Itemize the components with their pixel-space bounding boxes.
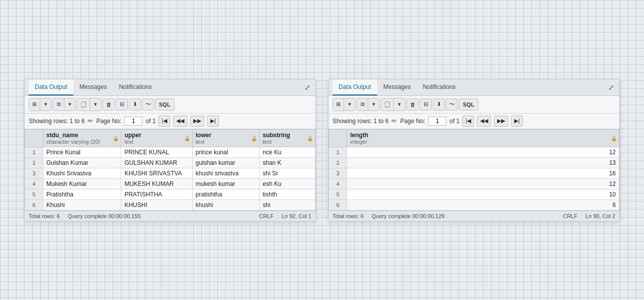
copy-chevron-icon-2: ▾ [372, 101, 375, 108]
cell-stdu_name[interactable]: Khushi [43, 199, 121, 210]
copy-btn-2[interactable]: ⧉ [357, 98, 368, 111]
cell-substring[interactable]: tishth [259, 189, 315, 199]
paste-btn-2[interactable]: 📋 [381, 98, 394, 111]
download-btn-2[interactable]: ⬇ [433, 98, 445, 111]
edit-icon-1[interactable]: ✏ [88, 117, 93, 125]
cell-stdu_name[interactable]: Prince Kunal [43, 147, 121, 157]
delete-btn[interactable]: 🗑 [103, 98, 115, 111]
prev-icon: ◀◀ [176, 118, 184, 124]
position-2: Ln 90, Col 2 [586, 213, 615, 219]
cell-substring[interactable]: shi Sr [259, 168, 315, 178]
cell-stdu_name[interactable]: Khushi Srivastva [43, 168, 121, 178]
tab-data-output-2[interactable]: Data Output [333, 79, 377, 95]
page-num-input-2[interactable] [428, 117, 446, 126]
prev-page-btn-2[interactable]: ◀◀ [477, 116, 491, 127]
next-icon: ▶▶ [193, 118, 201, 124]
lock-icon-upper: 🔒 [184, 135, 190, 141]
delete-btn-2[interactable]: 🗑 [407, 98, 419, 111]
last-page-btn-2[interactable]: ▶| [511, 116, 523, 127]
table-row: 1 Prince Kunal PRINCE KUNAL prince kunal… [25, 147, 315, 157]
last-page-btn-1[interactable]: ▶| [207, 116, 219, 127]
chart-btn[interactable]: 〜 [142, 98, 154, 111]
add-row-btn[interactable]: ⊞ [29, 98, 40, 111]
tab-messages-2[interactable]: Messages [377, 79, 417, 95]
cell-substring[interactable]: esh Ku [259, 178, 315, 189]
expand-icon-1[interactable]: ⤢ [301, 80, 313, 94]
col-header-stdu_name: stdu_name character varying (20) 🔒 [43, 129, 121, 147]
cell-lower[interactable]: pratishtha [192, 189, 259, 199]
copy-btn[interactable]: ⧉ [53, 98, 64, 111]
tab-data-output-1[interactable]: Data Output [29, 79, 73, 95]
cell-length[interactable]: 6 [347, 199, 619, 210]
add-row-dropdown-2[interactable]: ▾ [344, 98, 355, 111]
cell-stdu_name[interactable]: Gulshan Kumar [43, 157, 121, 168]
cell-lower[interactable]: khushi [192, 199, 259, 210]
cell-substring[interactable]: shi [259, 199, 315, 210]
chart-icon: 〜 [145, 101, 151, 108]
cell-upper[interactable]: KHUSHI [121, 199, 192, 210]
total-rows-2: Total rows: 6 [333, 213, 364, 219]
prev-page-btn-1[interactable]: ◀◀ [173, 116, 187, 127]
cell-lower[interactable]: mukesh kumar [192, 178, 259, 189]
showing-rows-2: Showing rows: 1 to 6 [333, 118, 388, 125]
delete-icon: 🗑 [106, 102, 112, 108]
cell-length[interactable]: 16 [347, 168, 619, 178]
first-page-btn-1[interactable]: |◀ [158, 116, 170, 127]
expand-icon-2[interactable]: ⤢ [605, 80, 617, 94]
cell-substring[interactable]: nce Ku [259, 147, 315, 157]
cell-substring[interactable]: shan K [259, 157, 315, 168]
sql-btn-2[interactable]: SQL [459, 98, 478, 111]
lock-icon-substring: 🔒 [307, 135, 313, 141]
copy-dropdown[interactable]: ▾ [64, 98, 75, 111]
cell-lower[interactable]: gulshan kumar [192, 157, 259, 168]
copy-dropdown-2[interactable]: ▾ [368, 98, 379, 111]
paste-dropdown-2[interactable]: ▾ [394, 98, 405, 111]
paste-group: 📋 ▾ [77, 98, 102, 111]
cell-upper[interactable]: MUKESH KUMAR [121, 178, 192, 189]
cell-lower[interactable]: khushi srivastva [192, 168, 259, 178]
paste-chevron-icon: ▾ [94, 101, 97, 108]
last-icon-2: ▶| [514, 118, 520, 124]
paste-btn[interactable]: 📋 [77, 98, 90, 111]
cell-length[interactable]: 13 [347, 157, 619, 168]
paste-dropdown[interactable]: ▾ [90, 98, 101, 111]
table-row: 3 Khushi Srivastva KHUSHI SRIVASTVA khus… [25, 168, 315, 178]
cell-length[interactable]: 10 [347, 189, 619, 199]
cell-upper[interactable]: GULSHAN KUMAR [121, 157, 192, 168]
position-1: Ln 92, Col 1 [282, 213, 311, 219]
filter-btn-2[interactable]: ⊟ [420, 98, 432, 111]
filter-btn[interactable]: ⊟ [116, 98, 128, 111]
status-bar-2: Total rows: 6 Query complete 00:00:00.12… [329, 211, 619, 221]
table-row: 2 13 [329, 157, 619, 168]
cell-stdu_name[interactable]: Pratishtha [43, 189, 121, 199]
add-row-btn-2[interactable]: ⊞ [333, 98, 344, 111]
add-row-dropdown[interactable]: ▾ [40, 98, 51, 111]
first-page-btn-2[interactable]: |◀ [462, 116, 474, 127]
cell-length[interactable]: 12 [347, 178, 619, 189]
cell-upper[interactable]: PRATISHTHA [121, 189, 192, 199]
cell-upper[interactable]: PRINCE KUNAL [121, 147, 192, 157]
tab-messages-1[interactable]: Messages [73, 79, 113, 95]
download-btn[interactable]: ⬇ [129, 98, 141, 111]
add-row-icon-2: ⊞ [336, 101, 341, 108]
cell-lower[interactable]: prince kunal [192, 147, 259, 157]
tab-notifications-2[interactable]: Notifications [417, 79, 461, 95]
row-num-cell-2: 4 [329, 178, 347, 189]
cell-upper[interactable]: KHUSHI SRIVASTVA [121, 168, 192, 178]
next-page-btn-2[interactable]: ▶▶ [494, 116, 508, 127]
lock-icon-lower: 🔒 [251, 135, 257, 141]
next-icon-2: ▶▶ [497, 118, 505, 124]
cell-length[interactable]: 12 [347, 147, 619, 157]
row-num-header [25, 129, 43, 147]
tabs-1: Data Output Messages Notifications ⤢ [25, 79, 315, 96]
cell-stdu_name[interactable]: Mukesh Kumar [43, 178, 121, 189]
chevron-down-icon-2: ▾ [348, 101, 351, 108]
chart-btn-2[interactable]: 〜 [446, 98, 458, 111]
tab-notifications-1[interactable]: Notifications [113, 79, 157, 95]
page-num-input-1[interactable] [124, 117, 142, 126]
page-info-1: Showing rows: 1 to 6 ✏ Page No: of 1 |◀ … [25, 114, 315, 129]
edit-icon-2[interactable]: ✏ [391, 117, 397, 125]
next-page-btn-1[interactable]: ▶▶ [190, 116, 204, 127]
table-container-1: stdu_name character varying (20) 🔒 upper… [25, 129, 315, 211]
sql-btn-1[interactable]: SQL [155, 98, 175, 111]
